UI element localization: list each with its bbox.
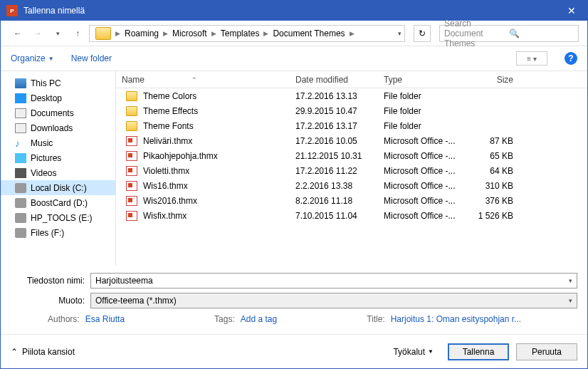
file-date: 29.9.2015 10.47 (295, 106, 384, 116)
file-row[interactable]: Theme Fonts17.2.2016 13.17File folder (116, 118, 587, 133)
down-icon (15, 123, 26, 133)
sidebar-item[interactable]: Desktop (1, 90, 115, 105)
file-type: Microsoft Office -... (384, 181, 468, 191)
thmx-icon (126, 196, 137, 206)
crumb-3[interactable]: Document Themes (270, 28, 347, 38)
col-name[interactable]: Name (116, 75, 295, 85)
file-date: 2.2.2016 13.38 (295, 181, 384, 191)
col-size[interactable]: Size (468, 75, 525, 85)
sidebar-item[interactable]: Videos (1, 165, 115, 180)
tools-menu[interactable]: Työkalut ▼ (393, 347, 434, 357)
sidebar-item[interactable]: ♪Music (1, 135, 115, 150)
file-size: 87 KB (468, 136, 525, 146)
disk-icon (15, 183, 26, 193)
file-size: 310 KB (468, 181, 525, 191)
main-area: This PCDesktopDocumentsDownloads♪MusicPi… (1, 71, 587, 266)
thmx-icon (126, 166, 137, 176)
bottom-bar: ⌃ Piilota kansiot Työkalut ▼ Tallenna Pe… (1, 334, 587, 368)
crumb-2[interactable]: Templates (218, 28, 263, 38)
file-row[interactable]: Wisfix.thmx7.10.2015 11.04Microsoft Offi… (116, 208, 587, 223)
sidebar-item-label: BoostCard (D:) (31, 198, 88, 208)
desktop-icon (15, 93, 26, 103)
file-row[interactable]: Wis16.thmx2.2.2016 13.38Microsoft Office… (116, 178, 587, 193)
file-date: 8.2.2016 11.18 (295, 196, 384, 206)
file-type: Microsoft Office -... (384, 196, 468, 206)
breadcrumb-bar[interactable]: ▶ Roaming▶ Microsoft▶ Templates▶ Documen… (89, 25, 405, 42)
thmx-icon (126, 151, 137, 161)
sidebar-item[interactable]: HP_TOOLS (E:) (1, 210, 115, 225)
file-row[interactable]: Violetti.thmx17.2.2016 11.22Microsoft Of… (116, 163, 587, 178)
file-name: Violetti.thmx (143, 166, 189, 176)
authors-value[interactable]: Esa Riutta (85, 314, 125, 324)
file-name: Wisfix.thmx (143, 211, 187, 221)
file-row[interactable]: Neliväri.thmx17.2.2016 10.05Microsoft Of… (116, 133, 587, 148)
file-date: 17.2.2016 13.17 (295, 121, 384, 131)
forward-button[interactable]: → (29, 25, 46, 42)
file-name: Wis2016.thmx (143, 196, 197, 206)
cancel-button[interactable]: Peruuta (516, 343, 577, 360)
file-row[interactable]: Theme Colors17.2.2016 13.13File folder (116, 88, 587, 103)
save-button[interactable]: Tallenna (448, 343, 509, 360)
sidebar-item-label: Downloads (31, 123, 73, 133)
sidebar-item[interactable]: Downloads (1, 120, 115, 135)
sidebar-item-label: Music (31, 138, 53, 148)
crumb-1[interactable]: Microsoft (169, 28, 210, 38)
sidebar-item-label: Documents (31, 108, 74, 118)
up-button[interactable]: ↑ (69, 25, 86, 42)
tags-label: Tags: (214, 314, 235, 324)
nav-row: ← → ▾ ↑ ▶ Roaming▶ Microsoft▶ Templates▶… (1, 21, 587, 46)
disk-icon (15, 228, 26, 238)
new-folder-button[interactable]: New folder (71, 53, 112, 63)
file-name: Theme Colors (143, 91, 196, 101)
file-name: Wis16.thmx (143, 181, 188, 191)
back-button[interactable]: ← (9, 25, 26, 42)
sidebar-item-label: HP_TOOLS (E:) (31, 213, 92, 223)
file-size: 376 KB (468, 196, 525, 206)
hide-folders-button[interactable]: ⌃ Piilota kansiot (11, 347, 75, 357)
col-type[interactable]: Type (384, 75, 468, 85)
file-name: Theme Fonts (143, 121, 194, 131)
file-type: Microsoft Office -... (384, 166, 468, 176)
file-row[interactable]: Pikaohjepohja.thmx21.12.2015 10.31Micros… (116, 148, 587, 163)
tags-value[interactable]: Add a tag (241, 314, 277, 324)
search-input[interactable]: Search Document Themes 🔍 (439, 25, 579, 42)
title-value[interactable]: Harjoitus 1: Oman esityspohjan r... (391, 314, 521, 324)
filetype-combo[interactable]: Office-teema (*.thmx)▾ (90, 293, 577, 308)
column-headers[interactable]: Name Date modified Type Size (116, 71, 587, 88)
file-type: Microsoft Office -... (384, 136, 468, 146)
sidebar-item-label: This PC (31, 78, 61, 88)
filename-input[interactable]: Harjoitusteema▾ (90, 273, 577, 289)
sidebar-item[interactable]: BoostCard (D:) (1, 195, 115, 210)
view-options[interactable]: ≡ ▾ (516, 51, 547, 66)
sidebar-item[interactable]: Local Disk (C:) (1, 180, 115, 195)
window-title: Tallenna nimellä (23, 6, 562, 16)
sidebar: This PCDesktopDocumentsDownloads♪MusicPi… (1, 71, 116, 266)
col-date[interactable]: Date modified (295, 75, 384, 85)
folder-icon (95, 27, 111, 40)
sidebar-item[interactable]: Pictures (1, 150, 115, 165)
pc-icon (15, 78, 26, 88)
sidebar-item-label: Desktop (31, 93, 62, 103)
close-button[interactable]: ✕ (562, 5, 582, 16)
file-row[interactable]: Theme Effects29.9.2015 10.47File folder (116, 103, 587, 118)
sidebar-item-label: Files (F:) (31, 228, 64, 238)
folder-icon (126, 91, 137, 101)
breadcrumb-dropdown[interactable]: ▾ (398, 30, 401, 37)
sidebar-item[interactable]: Documents (1, 105, 115, 120)
help-icon[interactable]: ? (565, 52, 577, 65)
file-list: Name Date modified Type Size Theme Color… (116, 71, 587, 266)
refresh-button[interactable]: ↻ (414, 25, 431, 42)
organize-menu[interactable]: Organize ▼ (11, 53, 54, 63)
file-type: Microsoft Office -... (384, 211, 468, 221)
chevron-up-icon: ⌃ (11, 347, 18, 357)
crumb-0[interactable]: Roaming (122, 28, 162, 38)
file-date: 21.12.2015 10.31 (295, 151, 384, 161)
thmx-icon (126, 211, 137, 221)
sidebar-item[interactable]: Files (F:) (1, 225, 115, 240)
file-row[interactable]: Wis2016.thmx8.2.2016 11.18Microsoft Offi… (116, 193, 587, 208)
authors-label: Authors: (48, 314, 80, 324)
sidebar-item[interactable]: This PC (1, 76, 115, 90)
filetype-label: Muoto: (11, 296, 90, 306)
file-size: 64 KB (468, 166, 525, 176)
recent-dropdown[interactable]: ▾ (49, 25, 66, 42)
